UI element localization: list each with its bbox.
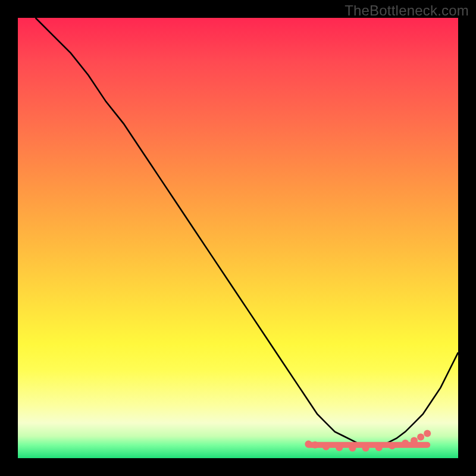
optimal-dot: [322, 443, 330, 450]
optimal-dot: [349, 444, 356, 452]
chart-overlay-svg: [18, 18, 458, 458]
watermark-text: TheBottleneck.com: [345, 2, 469, 19]
optimal-dot: [411, 437, 418, 444]
optimal-dot: [312, 441, 319, 449]
optimal-dot: [424, 430, 431, 437]
chart-plot-area: [18, 18, 458, 458]
optimal-dot: [417, 434, 424, 441]
optimal-dot: [389, 442, 396, 449]
bottleneck-curve: [36, 18, 458, 445]
optimal-dot: [375, 444, 383, 451]
optimal-dot: [305, 440, 312, 447]
optimal-dot: [362, 444, 369, 452]
optimal-range-dots: [305, 430, 431, 452]
optimal-dot: [402, 440, 409, 447]
optimal-dot: [336, 444, 343, 451]
